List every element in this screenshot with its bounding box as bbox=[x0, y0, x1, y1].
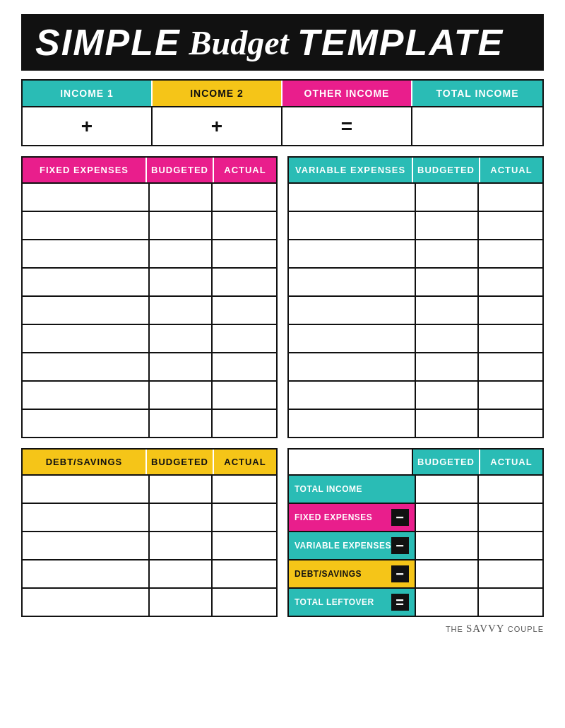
summary-variable-expenses-row: VARIABLE EXPENSES − bbox=[289, 531, 542, 559]
fixed-label-7[interactable] bbox=[23, 353, 150, 380]
fixed-budgeted-6[interactable] bbox=[150, 325, 213, 352]
fixed-budgeted-1[interactable] bbox=[150, 184, 213, 211]
variable-budgeted-6[interactable] bbox=[416, 325, 480, 352]
income2-cell[interactable]: + bbox=[153, 107, 282, 145]
debt-label-2[interactable] bbox=[23, 504, 150, 531]
fixed-label-2[interactable] bbox=[23, 212, 150, 239]
variable-label-8[interactable] bbox=[289, 382, 416, 409]
total-income-cell[interactable] bbox=[412, 107, 542, 145]
summary-variable-budgeted[interactable] bbox=[416, 532, 480, 559]
fixed-actual-1[interactable] bbox=[213, 184, 276, 211]
fixed-budgeted-4[interactable] bbox=[150, 269, 213, 295]
fixed-label-5[interactable] bbox=[23, 297, 150, 324]
variable-actual-2[interactable] bbox=[479, 212, 542, 239]
debt-actual-1[interactable] bbox=[213, 476, 276, 503]
fixed-row-1 bbox=[23, 182, 276, 211]
variable-budgeted-8[interactable] bbox=[416, 382, 480, 409]
variable-budgeted-9[interactable] bbox=[416, 410, 480, 437]
debt-actual-4[interactable] bbox=[213, 560, 276, 587]
header-title: SIMPLE Budget TEMPLATE bbox=[35, 21, 504, 64]
variable-label-3[interactable] bbox=[289, 240, 416, 267]
summary-leftover-actual[interactable] bbox=[479, 589, 542, 616]
variable-actual-4[interactable] bbox=[479, 269, 542, 295]
debt-label-3[interactable] bbox=[23, 532, 150, 559]
summary-total-income-budgeted[interactable] bbox=[416, 476, 480, 503]
variable-label-4[interactable] bbox=[289, 269, 416, 295]
fixed-actual-2[interactable] bbox=[213, 212, 276, 239]
debt-budgeted-1[interactable] bbox=[150, 476, 213, 503]
fixed-label-4[interactable] bbox=[23, 269, 150, 295]
fixed-budgeted-3[interactable] bbox=[150, 240, 213, 267]
variable-budgeted-1[interactable] bbox=[416, 184, 480, 211]
variable-actual-8[interactable] bbox=[479, 382, 542, 409]
other-income-cell[interactable]: = bbox=[282, 107, 412, 145]
fixed-label-1[interactable] bbox=[23, 184, 150, 211]
debt-label-5[interactable] bbox=[23, 589, 150, 616]
fixed-actual-6[interactable] bbox=[213, 325, 276, 352]
fixed-label-8[interactable] bbox=[23, 382, 150, 409]
summary-total-leftover-label: TOTAL LEFTOVER = bbox=[289, 589, 416, 616]
summary-debt-actual[interactable] bbox=[479, 560, 542, 587]
fixed-row-2 bbox=[23, 211, 276, 239]
fixed-label-9[interactable] bbox=[23, 410, 150, 437]
variable-budgeted-4[interactable] bbox=[416, 269, 480, 295]
fixed-budgeted-7[interactable] bbox=[150, 353, 213, 380]
variable-label-7[interactable] bbox=[289, 353, 416, 380]
fixed-budgeted-2[interactable] bbox=[150, 212, 213, 239]
variable-budgeted-3[interactable] bbox=[416, 240, 480, 267]
fixed-budgeted-8[interactable] bbox=[150, 382, 213, 409]
variable-budgeted-2[interactable] bbox=[416, 212, 480, 239]
variable-actual-7[interactable] bbox=[479, 353, 542, 380]
debt-budgeted-3[interactable] bbox=[150, 532, 213, 559]
debt-actual-2[interactable] bbox=[213, 504, 276, 531]
debt-row-5 bbox=[23, 587, 276, 616]
debt-budgeted-4[interactable] bbox=[150, 560, 213, 587]
minus-icon-debt: − bbox=[391, 565, 408, 582]
fixed-budgeted-5[interactable] bbox=[150, 297, 213, 324]
debt-row-1 bbox=[23, 474, 276, 503]
summary-actual-header: ACTUAL bbox=[480, 450, 542, 474]
summary-blank-header bbox=[289, 450, 413, 474]
debt-label-1[interactable] bbox=[23, 476, 150, 503]
fixed-actual-9[interactable] bbox=[213, 410, 276, 437]
summary-debt-budgeted[interactable] bbox=[416, 560, 480, 587]
summary-total-income-actual[interactable] bbox=[479, 476, 542, 503]
fixed-label-3[interactable] bbox=[23, 240, 150, 267]
fixed-actual-header: ACTUAL bbox=[214, 158, 276, 182]
page-header: SIMPLE Budget TEMPLATE bbox=[21, 14, 544, 71]
variable-actual-5[interactable] bbox=[479, 297, 542, 324]
fixed-row-3 bbox=[23, 239, 276, 267]
debt-actual-3[interactable] bbox=[213, 532, 276, 559]
variable-actual-9[interactable] bbox=[479, 410, 542, 437]
debt-actual-5[interactable] bbox=[213, 589, 276, 616]
variable-expenses-text: VARIABLE EXPENSES bbox=[295, 541, 391, 551]
variable-label-1[interactable] bbox=[289, 184, 416, 211]
variable-label-5[interactable] bbox=[289, 297, 416, 324]
variable-actual-6[interactable] bbox=[479, 325, 542, 352]
summary-fixed-budgeted[interactable] bbox=[416, 504, 480, 531]
variable-budgeted-5[interactable] bbox=[416, 297, 480, 324]
debt-label-4[interactable] bbox=[23, 560, 150, 587]
variable-label-6[interactable] bbox=[289, 325, 416, 352]
fixed-actual-5[interactable] bbox=[213, 297, 276, 324]
fixed-actual-8[interactable] bbox=[213, 382, 276, 409]
fixed-actual-3[interactable] bbox=[213, 240, 276, 267]
income1-cell[interactable]: + bbox=[23, 107, 153, 145]
summary-debt-savings-row: DEBT/SAVINGS − bbox=[289, 559, 542, 587]
summary-fixed-actual[interactable] bbox=[479, 504, 542, 531]
variable-row-2 bbox=[289, 211, 542, 239]
fixed-actual-7[interactable] bbox=[213, 353, 276, 380]
variable-budgeted-7[interactable] bbox=[416, 353, 480, 380]
summary-variable-actual[interactable] bbox=[479, 532, 542, 559]
debt-budgeted-2[interactable] bbox=[150, 504, 213, 531]
variable-row-3 bbox=[289, 239, 542, 267]
variable-actual-1[interactable] bbox=[479, 184, 542, 211]
fixed-label-6[interactable] bbox=[23, 325, 150, 352]
fixed-actual-4[interactable] bbox=[213, 269, 276, 295]
variable-label-2[interactable] bbox=[289, 212, 416, 239]
summary-leftover-budgeted[interactable] bbox=[416, 589, 480, 616]
fixed-budgeted-9[interactable] bbox=[150, 410, 213, 437]
debt-budgeted-5[interactable] bbox=[150, 589, 213, 616]
variable-label-9[interactable] bbox=[289, 410, 416, 437]
variable-actual-3[interactable] bbox=[479, 240, 542, 267]
